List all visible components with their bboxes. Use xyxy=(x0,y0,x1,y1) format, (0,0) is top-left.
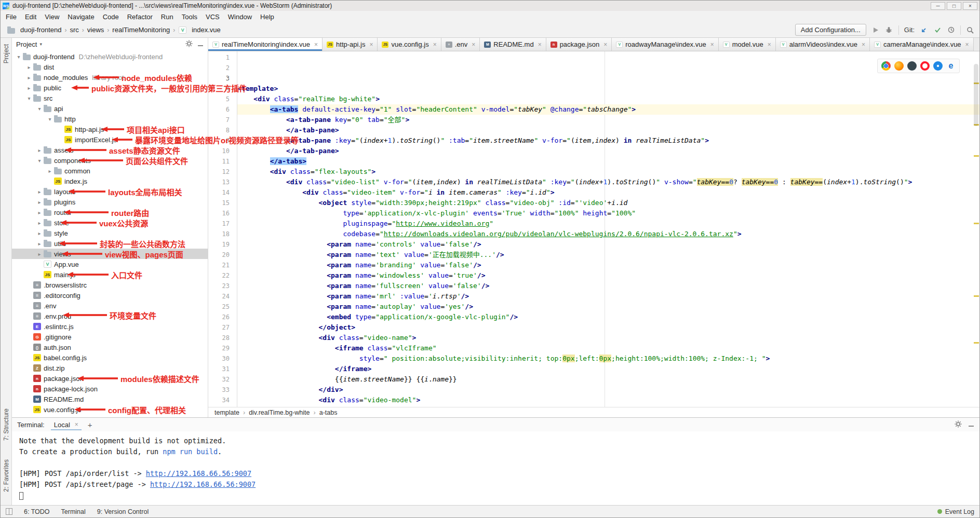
menu-run[interactable]: Run xyxy=(157,12,178,22)
tree-item-router[interactable]: ▸router xyxy=(12,207,208,217)
chevron-expanded-icon[interactable]: ▾ xyxy=(46,116,53,122)
maximize-button[interactable]: □ xyxy=(947,2,961,10)
chevron-collapsed-icon[interactable]: ▸ xyxy=(36,241,43,247)
terminal-output[interactable]: Note that the development build is not o… xyxy=(12,431,979,505)
menu-help[interactable]: Help xyxy=(256,12,278,22)
chevron-collapsed-icon[interactable]: ▸ xyxy=(36,199,43,205)
tree-item-duoji-frontend[interactable]: ▾duoji-frontendD:\zheheWeb\duoji-fronten… xyxy=(12,51,208,62)
git-update-icon[interactable] xyxy=(920,26,928,34)
chevron-collapsed-icon[interactable]: ▸ xyxy=(36,220,43,226)
tree-item-readme.md[interactable]: MREADME.md xyxy=(12,394,208,404)
menu-view[interactable]: View xyxy=(41,12,63,22)
tree-item-src[interactable]: ▾src xyxy=(12,93,208,103)
chevron-expanded-icon[interactable]: ▾ xyxy=(36,158,43,163)
status-item-9-version-control[interactable]: 9: Version Control xyxy=(97,508,149,515)
hide-panel-icon[interactable] xyxy=(968,421,974,429)
status-item-terminal[interactable]: Terminal xyxy=(61,508,86,515)
editor-tab-cameramanage-index.vue[interactable]: VcameraManage\index.vue× xyxy=(870,38,974,51)
history-icon[interactable] xyxy=(947,26,955,34)
tree-item-package.json[interactable]: npackage.json xyxy=(12,373,208,384)
tree-item-api[interactable]: ▾api xyxy=(12,103,208,114)
tree-item-components[interactable]: ▾components xyxy=(12,155,208,166)
close-icon[interactable]: × xyxy=(603,41,607,48)
tree-item-.env[interactable]: ≡.env xyxy=(12,301,208,311)
tree-item-views[interactable]: ▸views xyxy=(12,249,208,259)
close-icon[interactable]: × xyxy=(472,41,475,48)
menu-edit[interactable]: Edit xyxy=(21,12,41,22)
chrome-icon[interactable] xyxy=(881,61,891,71)
terminal-cursor[interactable] xyxy=(19,492,23,500)
new-terminal-icon[interactable]: + xyxy=(88,420,92,429)
tree-item-utils[interactable]: ▸utils xyxy=(12,238,208,249)
editor-tab-package.json[interactable]: npackage.json× xyxy=(546,38,612,51)
tree-item-importexcel.js[interactable]: JSimportExcel.js xyxy=(12,134,208,145)
close-icon[interactable]: × xyxy=(314,41,318,48)
tree-item-layouts[interactable]: ▸layouts xyxy=(12,186,208,197)
tree-item-plugins[interactable]: ▸plugins xyxy=(12,197,208,207)
breadcrumb-item-views[interactable]: views xyxy=(86,26,105,34)
menu-vcs[interactable]: VCS xyxy=(202,12,224,22)
close-icon[interactable]: × xyxy=(433,41,437,48)
tree-item-main.js[interactable]: JSmain.js xyxy=(12,269,208,280)
tree-item-.env.prod[interactable]: ≡.env.prod xyxy=(12,311,208,321)
editor-tab-vue.config.js[interactable]: JSvue.config.js× xyxy=(378,38,441,51)
chevron-collapsed-icon[interactable]: ▸ xyxy=(46,168,53,174)
run-icon[interactable] xyxy=(871,26,880,34)
breadcrumb-item-src[interactable]: src xyxy=(69,26,80,34)
breadcrumb-item-realtimemonitoring[interactable]: realTimeMonitoring xyxy=(111,26,171,34)
chevron-collapsed-icon[interactable]: ▸ xyxy=(36,230,43,236)
hide-panel-icon[interactable] xyxy=(197,40,204,48)
editor-tab-readme.md[interactable]: MREADME.md× xyxy=(480,38,546,51)
editor-scrollbar[interactable] xyxy=(974,64,978,126)
chevron-collapsed-icon[interactable]: ▸ xyxy=(36,251,43,257)
minimize-button[interactable]: ─ xyxy=(931,2,945,10)
menu-navigate[interactable]: Navigate xyxy=(63,12,98,22)
chevron-expanded-icon[interactable]: ▾ xyxy=(15,54,22,60)
chevron-down-icon[interactable]: ▾ xyxy=(39,42,42,47)
tree-item-index.js[interactable]: JSindex.js xyxy=(12,176,208,186)
breadcrumb-item-index.vue[interactable]: Vindex.vue xyxy=(177,26,222,34)
tree-item-dist.zip[interactable]: Zdist.zip xyxy=(12,363,208,373)
chevron-collapsed-icon[interactable]: ▸ xyxy=(36,189,43,195)
chevron-expanded-icon[interactable]: ▾ xyxy=(25,96,33,101)
stripe-2-favorites-label[interactable]: 2: Favorites xyxy=(3,459,10,492)
menu-code[interactable]: Code xyxy=(99,12,123,22)
close-icon[interactable]: × xyxy=(965,41,969,48)
event-log-button[interactable]: Event Log xyxy=(937,508,974,515)
tree-item-http-api.js[interactable]: JShttp-api.js xyxy=(12,124,208,134)
tree-item-.gitignore[interactable]: G.gitignore xyxy=(12,332,208,342)
tree-item-app.vue[interactable]: VApp.vue xyxy=(12,259,208,269)
tree-item-package-lock.json[interactable]: npackage-lock.json xyxy=(12,384,208,394)
tree-item-store[interactable]: ▸store xyxy=(12,217,208,228)
safari-icon[interactable] xyxy=(933,61,943,71)
ie-icon[interactable]: e xyxy=(946,61,956,71)
editor-tab-model.vue[interactable]: Vmodel.vue× xyxy=(719,38,776,51)
close-icon[interactable]: × xyxy=(369,41,373,48)
opera-icon[interactable] xyxy=(920,61,930,71)
editor[interactable]: 1234567891011121314151617181920212223242… xyxy=(208,51,979,407)
add-configuration-button[interactable]: Add Configuration... xyxy=(795,24,866,36)
tree-item-assets[interactable]: ▸assets xyxy=(12,145,208,155)
tree-item-style[interactable]: ▸style xyxy=(12,228,208,238)
close-icon[interactable]: × xyxy=(710,41,714,48)
project-panel-header[interactable]: Project ▾ xyxy=(12,38,208,50)
editor-tab-roadwaymanage-index.vue[interactable]: VroadwayManage\index.vue× xyxy=(612,38,718,51)
editor-tab-alarmvideos-index.vue[interactable]: ValarmVideos\index.vue× xyxy=(776,38,870,51)
debug-icon[interactable] xyxy=(885,26,893,34)
close-icon[interactable]: × xyxy=(768,41,771,48)
tree-item-vue.config.js[interactable]: JSvue.config.js xyxy=(12,404,208,415)
close-icon[interactable]: × xyxy=(862,41,865,48)
editor-breadcrumb-template[interactable]: template xyxy=(214,409,239,416)
code-area[interactable]: <template> <div class="realTime bg-white… xyxy=(237,51,979,407)
chevron-collapsed-icon[interactable]: ▸ xyxy=(25,85,33,91)
tree-item-common[interactable]: ▸common xyxy=(12,166,208,176)
tree-item-babel.config.js[interactable]: JSbabel.config.js xyxy=(12,352,208,363)
editor-breadcrumb-a-tabs[interactable]: a-tabs xyxy=(319,409,338,416)
chevron-collapsed-icon[interactable]: ▸ xyxy=(36,210,43,215)
close-icon[interactable]: × xyxy=(538,41,542,48)
stripe-project-label[interactable]: Project xyxy=(3,44,10,63)
title-bar[interactable]: WS duoji-frontend [D:\zheheWeb\duoji-fro… xyxy=(1,1,979,11)
tree-item-http[interactable]: ▾http xyxy=(12,114,208,124)
tool-windows-toggle-icon[interactable] xyxy=(6,508,12,515)
status-item-6-todo[interactable]: 6: TODO xyxy=(24,508,50,515)
